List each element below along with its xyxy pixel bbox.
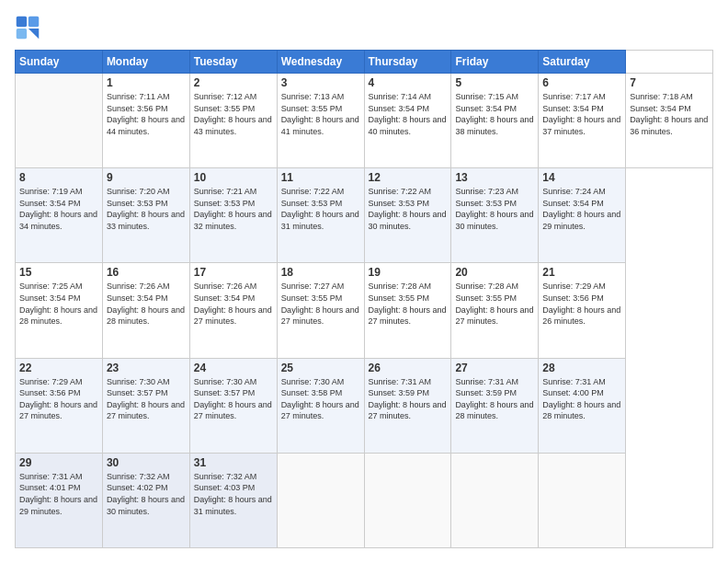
calendar-day-header: Wednesday <box>277 51 364 74</box>
calendar-day-cell <box>277 453 364 547</box>
cell-info: Sunrise: 7:12 AMSunset: 3:55 PMDaylight:… <box>194 91 273 137</box>
calendar-day-cell: 20Sunrise: 7:28 AMSunset: 3:55 PMDayligh… <box>451 263 539 358</box>
cell-info: Sunrise: 7:30 AMSunset: 3:57 PMDaylight:… <box>194 376 273 422</box>
day-number: 1 <box>107 76 186 89</box>
svg-rect-0 <box>17 17 27 27</box>
calendar-day-header: Monday <box>102 51 189 74</box>
calendar-day-cell: 6Sunrise: 7:17 AMSunset: 3:54 PMDaylight… <box>539 74 626 168</box>
cell-info: Sunrise: 7:24 AMSunset: 3:54 PMDaylight:… <box>542 186 621 232</box>
calendar-day-header: Saturday <box>539 51 626 74</box>
cell-info: Sunrise: 7:13 AMSunset: 3:55 PMDaylight:… <box>281 91 360 137</box>
day-number: 4 <box>369 76 448 89</box>
day-number: 20 <box>455 266 534 279</box>
calendar-day-cell: 12Sunrise: 7:22 AMSunset: 3:53 PMDayligh… <box>364 168 451 263</box>
day-number: 10 <box>194 171 273 184</box>
page: SundayMondayTuesdayWednesdayThursdayFrid… <box>0 0 728 563</box>
cell-info: Sunrise: 7:28 AMSunset: 3:55 PMDaylight:… <box>369 281 448 327</box>
calendar-week-row: 15Sunrise: 7:25 AMSunset: 3:54 PMDayligh… <box>16 263 713 358</box>
calendar-day-cell: 11Sunrise: 7:22 AMSunset: 3:53 PMDayligh… <box>277 168 364 263</box>
day-number: 21 <box>542 266 621 279</box>
calendar-day-cell <box>451 453 539 547</box>
calendar-day-cell: 3Sunrise: 7:13 AMSunset: 3:55 PMDaylight… <box>277 74 364 168</box>
cell-info: Sunrise: 7:32 AMSunset: 4:02 PMDaylight:… <box>107 471 186 517</box>
calendar-day-cell: 22Sunrise: 7:29 AMSunset: 3:56 PMDayligh… <box>16 358 103 453</box>
cell-info: Sunrise: 7:11 AMSunset: 3:56 PMDaylight:… <box>107 91 186 137</box>
calendar-day-cell: 17Sunrise: 7:26 AMSunset: 3:54 PMDayligh… <box>189 263 277 358</box>
calendar-day-cell: 30Sunrise: 7:32 AMSunset: 4:02 PMDayligh… <box>102 453 189 547</box>
cell-info: Sunrise: 7:26 AMSunset: 3:54 PMDaylight:… <box>194 281 273 327</box>
day-number: 29 <box>19 456 98 469</box>
day-number: 26 <box>369 362 448 374</box>
cell-info: Sunrise: 7:31 AMSunset: 4:00 PMDaylight:… <box>542 376 621 422</box>
cell-info: Sunrise: 7:19 AMSunset: 3:54 PMDaylight:… <box>19 186 98 232</box>
cell-info: Sunrise: 7:17 AMSunset: 3:54 PMDaylight:… <box>542 91 621 137</box>
calendar-day-cell: 10Sunrise: 7:21 AMSunset: 3:53 PMDayligh… <box>189 168 277 263</box>
cell-info: Sunrise: 7:18 AMSunset: 3:54 PMDaylight:… <box>630 91 709 137</box>
cell-info: Sunrise: 7:31 AMSunset: 3:59 PMDaylight:… <box>455 376 534 422</box>
calendar-day-cell: 13Sunrise: 7:23 AMSunset: 3:53 PMDayligh… <box>451 168 539 263</box>
calendar-day-cell: 2Sunrise: 7:12 AMSunset: 3:55 PMDaylight… <box>189 74 277 168</box>
cell-info: Sunrise: 7:14 AMSunset: 3:54 PMDaylight:… <box>369 91 448 137</box>
day-number: 13 <box>455 171 534 184</box>
cell-info: Sunrise: 7:23 AMSunset: 3:53 PMDaylight:… <box>455 186 534 232</box>
calendar-day-cell: 27Sunrise: 7:31 AMSunset: 3:59 PMDayligh… <box>451 358 539 453</box>
cell-info: Sunrise: 7:30 AMSunset: 3:58 PMDaylight:… <box>281 376 360 422</box>
logo-icon <box>15 15 40 40</box>
day-number: 28 <box>542 362 621 374</box>
cell-info: Sunrise: 7:28 AMSunset: 3:55 PMDaylight:… <box>455 281 534 327</box>
day-number: 25 <box>281 362 360 374</box>
calendar-day-cell: 7Sunrise: 7:18 AMSunset: 3:54 PMDaylight… <box>626 74 713 168</box>
logo <box>15 15 44 40</box>
calendar-week-row: 22Sunrise: 7:29 AMSunset: 3:56 PMDayligh… <box>16 358 713 453</box>
day-number: 2 <box>194 76 273 89</box>
calendar-day-cell: 21Sunrise: 7:29 AMSunset: 3:56 PMDayligh… <box>539 263 626 358</box>
day-number: 16 <box>107 266 186 279</box>
day-number: 30 <box>107 456 186 469</box>
cell-info: Sunrise: 7:31 AMSunset: 3:59 PMDaylight:… <box>369 376 448 422</box>
calendar-day-header: Friday <box>451 51 539 74</box>
day-number: 9 <box>107 171 186 184</box>
calendar-day-cell: 1Sunrise: 7:11 AMSunset: 3:56 PMDaylight… <box>102 74 189 168</box>
calendar-day-cell: 26Sunrise: 7:31 AMSunset: 3:59 PMDayligh… <box>364 358 451 453</box>
calendar-day-cell: 4Sunrise: 7:14 AMSunset: 3:54 PMDaylight… <box>364 74 451 168</box>
day-number: 7 <box>630 76 709 89</box>
calendar-day-cell: 18Sunrise: 7:27 AMSunset: 3:55 PMDayligh… <box>277 263 364 358</box>
calendar-day-cell: 23Sunrise: 7:30 AMSunset: 3:57 PMDayligh… <box>102 358 189 453</box>
calendar-table: SundayMondayTuesdayWednesdayThursdayFrid… <box>15 50 713 548</box>
day-number: 6 <box>542 76 621 89</box>
cell-info: Sunrise: 7:21 AMSunset: 3:53 PMDaylight:… <box>194 186 273 232</box>
calendar-day-header: Sunday <box>16 51 103 74</box>
calendar-day-cell: 19Sunrise: 7:28 AMSunset: 3:55 PMDayligh… <box>364 263 451 358</box>
calendar-day-header: Tuesday <box>189 51 277 74</box>
svg-rect-1 <box>28 17 39 27</box>
cell-info: Sunrise: 7:15 AMSunset: 3:54 PMDaylight:… <box>455 91 534 137</box>
calendar-header-row: SundayMondayTuesdayWednesdayThursdayFrid… <box>16 51 713 74</box>
day-number: 23 <box>107 362 186 374</box>
cell-info: Sunrise: 7:30 AMSunset: 3:57 PMDaylight:… <box>107 376 186 422</box>
cell-info: Sunrise: 7:22 AMSunset: 3:53 PMDaylight:… <box>281 186 360 232</box>
calendar-day-header: Thursday <box>364 51 451 74</box>
calendar-empty-cell <box>16 74 103 168</box>
day-number: 8 <box>19 171 98 184</box>
day-number: 5 <box>455 76 534 89</box>
day-number: 24 <box>194 362 273 374</box>
cell-info: Sunrise: 7:31 AMSunset: 4:01 PMDaylight:… <box>19 471 98 517</box>
calendar-day-cell: 28Sunrise: 7:31 AMSunset: 4:00 PMDayligh… <box>539 358 626 453</box>
day-number: 12 <box>369 171 448 184</box>
cell-info: Sunrise: 7:32 AMSunset: 4:03 PMDaylight:… <box>194 471 273 517</box>
calendar-week-row: 8Sunrise: 7:19 AMSunset: 3:54 PMDaylight… <box>16 168 713 263</box>
day-number: 14 <box>542 171 621 184</box>
day-number: 27 <box>455 362 534 374</box>
calendar-day-cell: 16Sunrise: 7:26 AMSunset: 3:54 PMDayligh… <box>102 263 189 358</box>
calendar-day-cell: 24Sunrise: 7:30 AMSunset: 3:57 PMDayligh… <box>189 358 277 453</box>
calendar-day-cell <box>539 453 626 547</box>
cell-info: Sunrise: 7:29 AMSunset: 3:56 PMDaylight:… <box>19 376 98 422</box>
day-number: 3 <box>281 76 360 89</box>
calendar-day-cell: 14Sunrise: 7:24 AMSunset: 3:54 PMDayligh… <box>539 168 626 263</box>
cell-info: Sunrise: 7:27 AMSunset: 3:55 PMDaylight:… <box>281 281 360 327</box>
header <box>15 15 713 40</box>
calendar-day-cell: 29Sunrise: 7:31 AMSunset: 4:01 PMDayligh… <box>16 453 103 547</box>
cell-info: Sunrise: 7:29 AMSunset: 3:56 PMDaylight:… <box>542 281 621 327</box>
day-number: 18 <box>281 266 360 279</box>
calendar-day-cell: 31Sunrise: 7:32 AMSunset: 4:03 PMDayligh… <box>189 453 277 547</box>
